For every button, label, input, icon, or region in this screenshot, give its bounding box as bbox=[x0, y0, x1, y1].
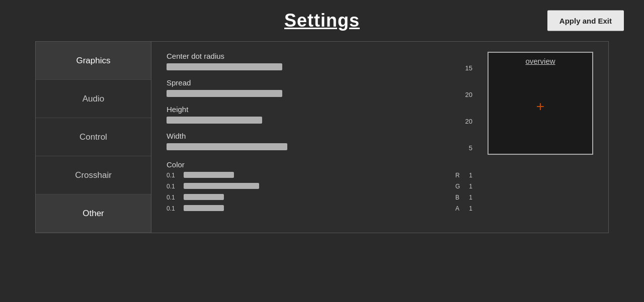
color-r-value: 0.1 bbox=[167, 172, 181, 179]
sidebar-item-label: Other bbox=[83, 209, 104, 219]
preview-panel: overview + bbox=[488, 52, 593, 223]
main-container: Graphics Audio Control Crosshair Other C… bbox=[35, 41, 609, 233]
color-b-row: 0.1 B 1 bbox=[167, 193, 472, 202]
sidebar-item-label: Audio bbox=[83, 94, 104, 104]
height-slider-wrapper bbox=[167, 117, 458, 126]
color-r-slider[interactable] bbox=[184, 172, 234, 178]
color-b-value: 0.1 bbox=[167, 194, 181, 201]
sidebar: Graphics Audio Control Crosshair Other bbox=[36, 42, 151, 233]
height-slider[interactable] bbox=[167, 117, 262, 124]
preview-label: overview bbox=[525, 53, 555, 68]
height-label: Height bbox=[167, 105, 472, 114]
color-g-value: 0.1 bbox=[167, 183, 181, 190]
center-dot-radius-row: 15 bbox=[167, 63, 472, 72]
sidebar-item-label: Graphics bbox=[76, 56, 110, 66]
color-g-slider-wrapper bbox=[184, 182, 452, 191]
width-slider[interactable] bbox=[167, 143, 287, 150]
center-dot-radius-group: Center dot radius 15 bbox=[167, 52, 472, 72]
color-r-slider-wrapper bbox=[184, 171, 452, 180]
spread-group: Spread 20 bbox=[167, 78, 472, 99]
width-slider-wrapper bbox=[167, 143, 458, 152]
color-g-channel: G bbox=[455, 183, 462, 190]
color-a-channel: A bbox=[455, 205, 462, 212]
color-a-max: 1 bbox=[465, 205, 472, 212]
color-a-row: 0.1 A 1 bbox=[167, 204, 472, 213]
header: Settings Apply and Exit bbox=[0, 0, 644, 41]
color-group: Color 0.1 R 1 0.1 G 1 bbox=[167, 158, 472, 213]
spread-slider[interactable] bbox=[167, 90, 282, 97]
color-label: Color bbox=[167, 160, 472, 169]
color-g-max: 1 bbox=[465, 183, 472, 190]
spread-slider-wrapper bbox=[167, 90, 458, 99]
color-b-slider[interactable] bbox=[184, 194, 224, 200]
color-b-slider-wrapper bbox=[184, 193, 452, 202]
height-group: Height 20 bbox=[167, 105, 472, 126]
sidebar-item-other[interactable]: Other bbox=[36, 194, 151, 233]
color-a-slider[interactable] bbox=[184, 205, 224, 211]
center-dot-radius-slider-wrapper bbox=[167, 63, 458, 72]
content-area: Center dot radius 15 Spread 20 bbox=[151, 42, 608, 233]
sidebar-item-audio[interactable]: Audio bbox=[36, 80, 151, 118]
sidebar-item-label: Control bbox=[79, 132, 107, 142]
color-g-slider[interactable] bbox=[184, 183, 259, 189]
color-a-value: 0.1 bbox=[167, 205, 181, 212]
color-r-row: 0.1 R 1 bbox=[167, 171, 472, 180]
color-a-slider-wrapper bbox=[184, 204, 452, 213]
width-row: 5 bbox=[167, 143, 472, 152]
sidebar-item-label: Crosshair bbox=[75, 170, 112, 180]
color-r-max: 1 bbox=[465, 172, 472, 179]
crosshair-preview: + bbox=[536, 99, 544, 113]
preview-box: overview + bbox=[488, 52, 593, 155]
sidebar-item-control[interactable]: Control bbox=[36, 118, 151, 156]
width-group: Width 5 bbox=[167, 132, 472, 152]
color-b-max: 1 bbox=[465, 194, 472, 201]
color-b-channel: B bbox=[455, 194, 462, 201]
center-dot-radius-value: 15 bbox=[462, 64, 472, 72]
sidebar-item-graphics[interactable]: Graphics bbox=[36, 42, 151, 80]
sidebar-item-crosshair[interactable]: Crosshair bbox=[36, 156, 151, 194]
width-value: 5 bbox=[462, 144, 472, 152]
apply-exit-button[interactable]: Apply and Exit bbox=[547, 11, 624, 31]
spread-label: Spread bbox=[167, 78, 472, 87]
width-label: Width bbox=[167, 132, 472, 140]
height-row: 20 bbox=[167, 117, 472, 126]
page-title: Settings bbox=[284, 10, 360, 31]
color-g-row: 0.1 G 1 bbox=[167, 182, 472, 191]
height-value: 20 bbox=[462, 118, 472, 125]
color-r-channel: R bbox=[455, 172, 462, 179]
center-dot-radius-slider[interactable] bbox=[167, 63, 282, 70]
settings-panel: Center dot radius 15 Spread 20 bbox=[167, 52, 472, 223]
spread-row: 20 bbox=[167, 90, 472, 99]
center-dot-radius-label: Center dot radius bbox=[167, 52, 472, 60]
spread-value: 20 bbox=[462, 91, 472, 98]
